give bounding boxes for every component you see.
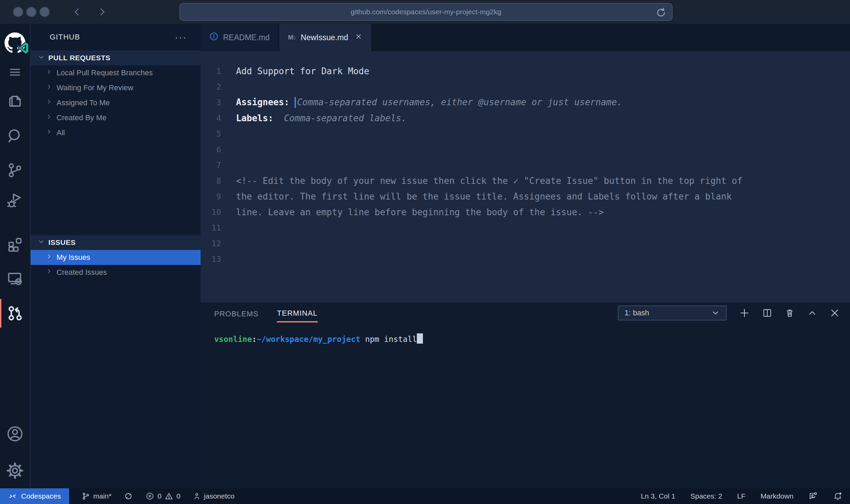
sidebar: GITHUB ··· PULL REQUESTS Local Pull Requ… [31,24,201,488]
terminal-command: npm install [360,335,417,344]
vscode-logo-icon [17,42,29,55]
terminal-output[interactable]: vsonline:~/workspace/my_project npm inst… [201,324,850,344]
github-pull-requests-icon[interactable] [0,304,30,322]
sidebar-item-local-pull-request-branches[interactable]: Local Pull Request Branches [31,65,201,80]
labels-label: Labels: [236,113,279,123]
remote-indicator[interactable]: Codespaces [0,488,69,504]
menu-icon[interactable] [0,65,30,79]
feedback-icon [808,491,818,501]
indentation-status[interactable]: Spaces: 2 [690,492,722,500]
comment-text: the editor. The first line will be the i… [221,191,732,202]
info-icon [209,32,218,43]
extensions-icon[interactable] [0,236,30,253]
bottom-panel: PROBLEMS TERMINAL 1: bash vsonline:~/wor… [201,301,850,488]
terminal-path: ~/workspace/my_project [257,335,361,344]
close-panel-icon[interactable] [830,308,840,318]
chevron-right-icon [46,128,52,137]
editor-line: 13 [201,251,850,267]
editor-tab-bar: README.md M↓ NewIssue.md [201,24,850,51]
editor-line: 9the editor. The first line will be the … [201,189,850,204]
address-bar[interactable]: github.com/codespaces/user-my-project-mg… [179,3,673,21]
chevron-right-icon [46,68,52,77]
editor-line: 2 [201,79,850,95]
sidebar-item-created-issues[interactable]: Created Issues [31,265,201,280]
branch-status[interactable]: main* [81,492,112,501]
remote-icon [8,492,17,501]
sidebar-item-all[interactable]: All [31,125,201,140]
sidebar-item-assigned-to-me[interactable]: Assigned To Me [31,95,201,110]
browser-chrome: github.com/codespaces/user-my-project-mg… [0,0,850,24]
explorer-icon[interactable] [0,91,30,109]
tab-problems[interactable]: PROBLEMS [214,304,258,322]
new-terminal-icon[interactable] [739,308,750,318]
chevron-down-icon [711,309,720,317]
language-mode-status[interactable]: Markdown [760,492,793,500]
editor-line: 12 [201,236,850,251]
editor-line: 6 [201,142,850,157]
bell-icon [833,491,843,501]
section-header-issues[interactable]: ISSUES [31,235,201,250]
editor-line: 10line. Leave an empty line before begin… [201,204,850,220]
notifications-status[interactable] [833,491,843,501]
sidebar-item-my-issues[interactable]: My Issues [31,250,201,265]
section-header-pull-requests[interactable]: PULL REQUESTS [31,50,201,65]
close-icon[interactable] [355,33,362,42]
editor-content[interactable]: 1Add Support for Dark Mode 2 3Assignees:… [201,51,850,301]
maximize-panel-icon[interactable] [807,308,817,318]
browser-forward-icon[interactable] [97,7,107,17]
window-controls [13,7,50,17]
eol-status[interactable]: LF [737,492,746,500]
tab-terminal[interactable]: TERMINAL [277,303,317,322]
labels-placeholder: Comma-separated labels. [279,113,407,123]
debug-icon[interactable] [0,192,30,210]
sidebar-item-waiting-for-my-review[interactable]: Waiting For My Review [31,80,201,95]
warnings-icon [164,492,173,501]
chevron-down-icon [37,238,45,247]
editor-line: 11 [201,220,850,236]
github-codespaces-logo [4,32,26,54]
chevron-down-icon [37,53,45,63]
feedback-status[interactable] [808,491,818,501]
kill-terminal-icon[interactable] [785,308,795,318]
assignees-placeholder: Comma-separated usernames, either @usern… [297,97,622,107]
search-icon[interactable] [0,127,30,145]
split-terminal-icon[interactable] [762,308,772,318]
account-icon[interactable] [0,425,30,443]
editor-line: 7 [201,157,850,173]
editor-line: 8<!-- Edit the body of your new issue th… [201,173,850,189]
sync-status[interactable] [124,491,133,501]
browser-back-icon[interactable] [72,7,82,17]
editor-line: 5 [201,126,850,142]
problems-status[interactable]: 0 0 [145,492,180,501]
user-status[interactable]: jasonetco [193,492,235,500]
chevron-right-icon [46,83,52,92]
editor-line: 1Add Support for Dark Mode [201,63,850,79]
sidebar-item-created-by-me[interactable]: Created By Me [31,110,201,125]
window-minimize-button[interactable] [26,7,36,17]
more-actions-icon[interactable]: ··· [175,34,187,41]
activity-bar [0,24,31,488]
cursor-position-status[interactable]: Ln 3, Col 1 [641,492,676,500]
chevron-right-icon [46,268,52,277]
terminal-shell-select[interactable]: 1: bash [618,305,727,320]
window-zoom-button[interactable] [40,7,50,17]
tab-newissue[interactable]: M↓ NewIssue.md [279,24,372,51]
remote-explorer-icon[interactable] [0,270,30,287]
person-icon [193,492,201,500]
sync-icon [124,491,133,501]
errors-icon [145,492,154,501]
tab-readme[interactable]: README.md [201,24,279,51]
issue-title-text: Add Support for Dark Mode [221,66,369,76]
address-bar-url: github.com/codespaces/user-my-project-mg… [351,8,501,16]
git-branch-icon [81,492,90,501]
terminal-cursor [417,333,423,344]
source-control-icon[interactable] [0,161,30,179]
comment-text: <!-- Edit the body of your new issue the… [221,176,742,186]
chevron-right-icon [46,98,52,107]
assignees-label: Assignees: [236,97,295,107]
window-close-button[interactable] [13,7,23,17]
settings-gear-icon[interactable] [0,462,30,479]
chevron-right-icon [46,253,52,262]
reload-icon[interactable] [656,7,666,19]
editor-line: 3Assignees: Comma-separated usernames, e… [201,95,850,110]
